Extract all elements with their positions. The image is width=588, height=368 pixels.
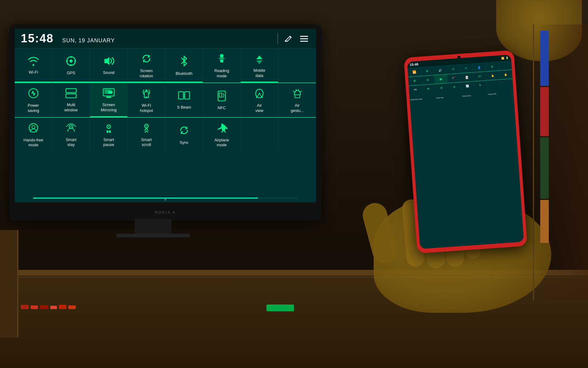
clock-display: 15:48 bbox=[21, 32, 54, 45]
phone-icon: ✈ bbox=[479, 84, 482, 87]
phone-icon: ⊟ bbox=[426, 79, 429, 82]
phone-item bbox=[498, 61, 512, 71]
power-saving-toggle[interactable]: Powersaving bbox=[15, 83, 52, 117]
phone-item: ⏸ bbox=[435, 83, 448, 93]
phone-item: ✈ bbox=[474, 81, 487, 90]
sync-toggle[interactable]: Sync bbox=[165, 118, 203, 152]
screen-mirror-toggle[interactable]: ScreenMirroring bbox=[90, 83, 128, 117]
reading-mode-toggle[interactable]: Readingmode bbox=[203, 48, 241, 82]
phone-item bbox=[499, 79, 513, 88]
extra-toggle[interactable] bbox=[278, 48, 316, 82]
bluetooth-icon bbox=[179, 55, 189, 69]
phone-item: 🎮 bbox=[409, 85, 422, 94]
toy-6 bbox=[68, 305, 76, 309]
phone-icon: 👁 bbox=[427, 87, 430, 91]
bluetooth-toggle[interactable]: Bluetooth bbox=[165, 48, 203, 82]
power-saving-label: Powersaving bbox=[28, 103, 39, 113]
phone-icon: 📶 bbox=[412, 70, 416, 74]
smart-pause-toggle[interactable]: Smartpause bbox=[90, 118, 128, 152]
sbeam-icon bbox=[178, 90, 190, 102]
gps-icon bbox=[66, 56, 77, 68]
phone-icon: ⊕ bbox=[426, 70, 428, 73]
svg-rect-23 bbox=[185, 92, 190, 99]
edit-icon[interactable] bbox=[282, 33, 294, 44]
phone-item: ⊟ bbox=[421, 75, 435, 85]
gps-label: GPS bbox=[67, 71, 75, 76]
phone-label-item: Smart pause bbox=[461, 90, 488, 98]
phone-item bbox=[487, 80, 500, 89]
svg-rect-1 bbox=[300, 36, 308, 37]
svg-rect-0 bbox=[285, 41, 288, 42]
multi-window-toggle[interactable]: Multiwindow bbox=[52, 83, 90, 117]
mobile-data-toggle[interactable]: Mobiledata bbox=[241, 48, 278, 82]
phone-icon: ✴ bbox=[465, 67, 467, 70]
phone-icon: 🃏 bbox=[465, 76, 469, 79]
smart-stay-toggle[interactable]: Smartstay bbox=[52, 118, 90, 152]
phone-item: 👁 bbox=[422, 84, 435, 94]
gps-toggle[interactable]: GPS bbox=[52, 48, 90, 82]
smart-stay-label: Smartstay bbox=[66, 137, 77, 148]
airplane-icon bbox=[216, 122, 228, 135]
book-spines bbox=[540, 31, 585, 243]
book-1 bbox=[540, 31, 549, 86]
phone-screen: 15:48 📶 🔋 📶 ⊕ 🔊 ↺ ✴ 👤 ⬆ ♻ ⊟ bbox=[407, 55, 524, 249]
air-view-label: Airview bbox=[255, 103, 263, 113]
toy-3 bbox=[40, 305, 48, 309]
multi-window-icon bbox=[65, 88, 77, 100]
svg-point-5 bbox=[70, 59, 73, 63]
airplane-mode-toggle[interactable]: Airplanemode bbox=[203, 118, 241, 152]
air-view-icon bbox=[254, 87, 265, 101]
bluetooth-label: Bluetooth bbox=[176, 71, 193, 76]
book-2 bbox=[540, 87, 549, 136]
phone-label-item: Hands-free mode bbox=[409, 94, 436, 102]
phone-icon: 👆 bbox=[491, 74, 495, 77]
svg-rect-3 bbox=[300, 41, 308, 42]
svg-point-28 bbox=[32, 125, 35, 128]
tv-brand-label: NOKIA A bbox=[155, 210, 176, 215]
hands-free-toggle[interactable]: Hands-freemode bbox=[15, 118, 52, 152]
wifi-hotspot-icon bbox=[141, 87, 152, 101]
phone-battery-icon: 🔋 bbox=[506, 56, 509, 59]
menu-icon[interactable] bbox=[298, 33, 310, 44]
hands-free-icon bbox=[28, 122, 39, 135]
reading-label: Readingmode bbox=[214, 68, 229, 79]
phone-label-item: Smart stay bbox=[435, 92, 462, 100]
wifi-toggle[interactable]: Wi-Fi bbox=[15, 48, 52, 82]
quick-settings-row1: Wi-Fi GPS bbox=[15, 48, 316, 83]
status-bar: 15:48 SUN, 19 JANUARY bbox=[15, 29, 316, 48]
wifi-hotspot-toggle[interactable]: Wi-Fihotspot bbox=[128, 83, 165, 117]
sbeam-toggle[interactable]: S Beam bbox=[165, 83, 203, 117]
toy-2 bbox=[31, 305, 38, 309]
phone-icon: ✋ bbox=[504, 73, 508, 76]
shelf-decorations bbox=[21, 305, 76, 309]
phone-label: Smart pause bbox=[462, 94, 471, 97]
rotation-toggle[interactable]: Screenrotation bbox=[128, 48, 165, 82]
phone-item: 🏷 bbox=[473, 72, 487, 81]
hands-free-label: Hands-freemode bbox=[24, 138, 43, 148]
air-gesture-toggle[interactable]: Airgestu... bbox=[278, 83, 316, 117]
phone-item: ⟳ bbox=[448, 82, 461, 92]
wifi-label: Wi-Fi bbox=[29, 70, 38, 75]
phone-icon: 🔄 bbox=[466, 85, 469, 88]
phone-item: ♻ bbox=[408, 76, 422, 86]
sound-toggle[interactable]: Sound bbox=[90, 48, 128, 82]
nfc-toggle[interactable]: NFC bbox=[203, 83, 241, 117]
power-saving-icon bbox=[28, 87, 39, 101]
shelf-line bbox=[0, 277, 588, 278]
nfc-icon bbox=[216, 90, 227, 103]
smart-pause-icon bbox=[103, 122, 115, 135]
svg-point-30 bbox=[70, 126, 72, 127]
phone-label-item: Smart scroll bbox=[487, 89, 514, 97]
smart-scroll-toggle[interactable]: Smartscroll bbox=[128, 118, 165, 152]
smart-scroll-label: Smartscroll bbox=[141, 137, 152, 148]
phone-label: Hands-free mode bbox=[410, 98, 422, 101]
sound-icon bbox=[103, 56, 115, 68]
phone-icon: ⟳ bbox=[453, 86, 456, 89]
tv-base bbox=[116, 234, 190, 237]
phone-body: 15:48 📶 🔋 📶 ⊕ 🔊 ↺ ✴ 👤 ⬆ ♻ ⊟ bbox=[404, 50, 527, 254]
phone-item: ⬆ bbox=[485, 62, 499, 71]
air-view-toggle[interactable]: Airview bbox=[241, 83, 278, 117]
phone-item: 🔊 bbox=[433, 66, 447, 75]
phone-clock: 15:48 bbox=[409, 62, 418, 67]
smart-pause-label: Smartpause bbox=[103, 137, 114, 148]
